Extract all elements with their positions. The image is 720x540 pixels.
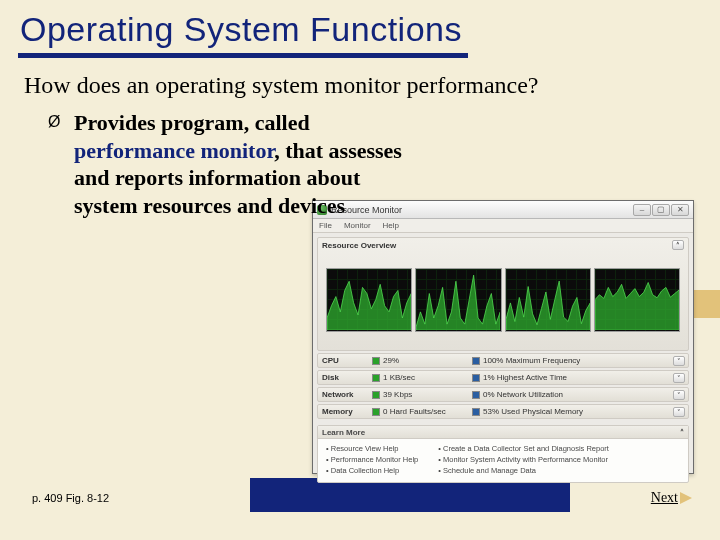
menu-help[interactable]: Help	[383, 221, 399, 230]
learn-link[interactable]: Monitor System Activity with Performance…	[438, 454, 609, 465]
expand-button[interactable]: ˅	[673, 390, 685, 400]
svg-marker-2	[506, 281, 590, 330]
color-swatch-icon	[472, 408, 480, 416]
bullet-text: Provides program, called performance mon…	[74, 109, 404, 219]
color-swatch-icon	[472, 391, 480, 399]
learn-collapse-button[interactable]: ˄	[680, 428, 684, 437]
slide-title: Operating System Functions	[0, 0, 720, 53]
color-swatch-icon	[472, 374, 480, 382]
learn-list-right: Create a Data Collector Set and Diagnosi…	[438, 443, 609, 476]
row-metric-1: 0 Hard Faults/sec	[372, 407, 462, 416]
learn-link[interactable]: Resource View Help	[326, 443, 418, 454]
collapse-button[interactable]: ˄	[672, 240, 684, 250]
chart-cpu: CPU100%60 Seconds	[326, 268, 412, 332]
row-memory[interactable]: Memory0 Hard Faults/sec53% Used Physical…	[317, 404, 689, 419]
row-disk[interactable]: Disk1 KB/sec1% Highest Active Time˅	[317, 370, 689, 385]
menubar: File Monitor Help	[313, 219, 693, 233]
row-metric-2: 0% Network Utilization	[462, 390, 673, 399]
bullet-text-pre: Provides program, called	[74, 110, 310, 135]
learn-link[interactable]: Performance Monitor Help	[326, 454, 418, 465]
learn-more-section: Learn More ˄ Resource View HelpPerforman…	[317, 425, 689, 483]
menu-monitor[interactable]: Monitor	[344, 221, 371, 230]
bullet-item: Ø Provides program, called performance m…	[0, 105, 720, 219]
learn-link[interactable]: Schedule and Manage Data	[438, 465, 609, 476]
color-swatch-icon	[472, 357, 480, 365]
row-metric-1: 29%	[372, 356, 462, 365]
row-metric-1: 39 Kbps	[372, 390, 462, 399]
expand-button[interactable]: ˅	[673, 407, 685, 417]
row-name: Disk	[318, 373, 372, 382]
slide-question: How does an operating system monitor per…	[0, 58, 720, 105]
color-swatch-icon	[372, 408, 380, 416]
chart-network: Network56 Kbps	[505, 268, 591, 332]
expand-button[interactable]: ˅	[673, 356, 685, 366]
learn-more-label: Learn More	[322, 428, 365, 437]
resource-monitor-window: Resource Monitor – ▢ ✕ File Monitor Help…	[312, 200, 694, 474]
learn-list-left: Resource View HelpPerformance Monitor He…	[326, 443, 418, 476]
learn-link[interactable]: Create a Data Collector Set and Diagnosi…	[438, 443, 609, 454]
color-swatch-icon	[372, 391, 380, 399]
chart-memory: Memory100 Hard Faul...	[594, 268, 680, 332]
arrow-right-icon	[680, 492, 692, 504]
row-metric-2: 1% Highest Active Time	[462, 373, 673, 382]
svg-marker-3	[595, 282, 679, 330]
color-swatch-icon	[372, 374, 380, 382]
page-reference: p. 409 Fig. 8-12	[32, 492, 109, 504]
overview-charts: CPU100%60 SecondsDisk10 MB/secNetwork56 …	[322, 264, 684, 336]
svg-marker-1	[416, 275, 500, 330]
menu-file[interactable]: File	[319, 221, 332, 230]
overview-label: Resource Overview	[322, 241, 396, 250]
row-metric-2: 100% Maximum Frequency	[462, 356, 673, 365]
resource-overview-section: Resource Overview ˄ CPU100%60 SecondsDis…	[317, 237, 689, 351]
color-swatch-icon	[372, 357, 380, 365]
row-metric-2: 53% Used Physical Memory	[462, 407, 673, 416]
row-name: Memory	[318, 407, 372, 416]
row-name: Network	[318, 390, 372, 399]
row-cpu[interactable]: CPU29%100% Maximum Frequency˅	[317, 353, 689, 368]
resource-rows: CPU29%100% Maximum Frequency˅Disk1 KB/se…	[313, 351, 693, 423]
row-metric-1: 1 KB/sec	[372, 373, 462, 382]
bullet-marker: Ø	[48, 109, 74, 219]
row-name: CPU	[318, 356, 372, 365]
row-network[interactable]: Network39 Kbps0% Network Utilization˅	[317, 387, 689, 402]
expand-button[interactable]: ˅	[673, 373, 685, 383]
next-label: Next	[651, 490, 678, 506]
footer-bar	[250, 478, 570, 512]
next-button[interactable]: Next	[651, 490, 692, 506]
learn-link[interactable]: Data Collection Help	[326, 465, 418, 476]
chart-disk: Disk10 MB/sec	[415, 268, 501, 332]
svg-marker-0	[327, 281, 411, 330]
keyword-performance-monitor: performance monitor	[74, 138, 274, 163]
